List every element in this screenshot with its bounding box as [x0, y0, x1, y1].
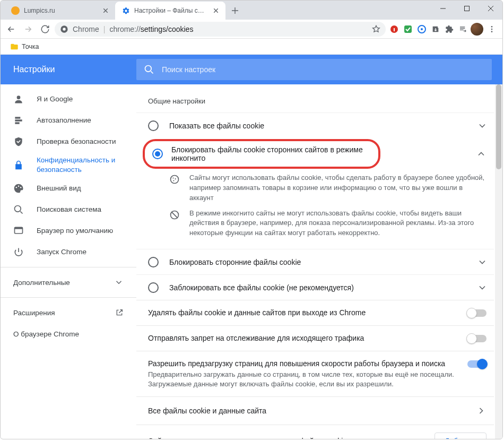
svg-point-12	[17, 96, 21, 99]
radio-icon	[148, 282, 159, 293]
address-bar: Chrome | chrome://settings/cookies	[1, 20, 502, 39]
sidebar-item-startup[interactable]: Запуск Chrome	[1, 241, 136, 263]
forward-button[interactable]	[21, 22, 36, 37]
search-icon	[13, 204, 24, 215]
sidebar-item-you-and-google[interactable]: Я и Google	[1, 89, 136, 110]
tab-lumpics[interactable]: Lumpics.ru	[5, 2, 115, 20]
search-icon	[144, 64, 154, 75]
svg-point-10	[491, 31, 493, 32]
sidebar-advanced[interactable]: Дополнительные	[1, 272, 136, 293]
browser-window: Lumpics.ru Настройки – Файлы cookie и д…	[0, 0, 503, 439]
toggle-title: Отправлять запрет на отслеживание для ис…	[148, 333, 459, 343]
reading-list-icon[interactable]	[457, 23, 470, 36]
close-icon[interactable]	[101, 6, 110, 15]
sidebar-about[interactable]: О браузере Chrome	[1, 323, 136, 344]
tab-settings[interactable]: Настройки – Файлы cookie и д…	[115, 2, 225, 20]
sidebar-label: Поисковая система	[37, 205, 101, 214]
row-title: Сайты, которые всегда могут использовать…	[148, 437, 347, 439]
url-scheme: Chrome	[73, 25, 99, 33]
power-icon	[13, 247, 24, 257]
svg-point-11	[145, 66, 152, 72]
detail-text: В режиме инкогнито сайты не могут исполь…	[189, 209, 485, 239]
lock-icon	[13, 160, 24, 170]
gear-icon	[121, 6, 130, 15]
radio-block-third-party[interactable]: Блокировать сторонние файлы cookie	[136, 249, 494, 274]
settings-header: Настройки	[1, 55, 502, 84]
sidebar-label: Запуск Chrome	[37, 247, 86, 257]
window-controls	[431, 1, 502, 16]
settings-search[interactable]	[136, 59, 492, 80]
cookie-icon	[169, 174, 180, 185]
radio-block-all[interactable]: Заблокировать все файлы cookie (не реком…	[136, 274, 494, 300]
minimize-button[interactable]	[431, 1, 455, 16]
folder-icon	[10, 42, 19, 51]
reload-button[interactable]	[38, 22, 53, 37]
svg-point-9	[491, 28, 493, 30]
highlight-ring[interactable]: Блокировать файлы cookie сторонних сайто…	[143, 139, 380, 169]
radio-icon	[148, 257, 159, 267]
radio-label: Блокировать файлы cookie сторонних сайто…	[171, 145, 369, 162]
svg-point-8	[491, 26, 493, 28]
maximize-button[interactable]	[455, 1, 479, 16]
sidebar-item-safety[interactable]: Проверка безопасности	[1, 131, 136, 152]
svg-point-13	[16, 187, 17, 188]
back-button[interactable]	[4, 22, 19, 37]
tab-title: Lumpics.ru	[24, 7, 97, 14]
chevron-down-icon	[114, 278, 124, 287]
scrollbar-thumb[interactable]	[496, 84, 501, 169]
radio-icon	[148, 120, 159, 131]
chevron-down-icon	[477, 282, 488, 293]
toggle-switch[interactable]	[467, 335, 486, 342]
omnibox[interactable]: Chrome | chrome://settings/cookies	[55, 22, 386, 37]
bookmarks-bar: Точка	[1, 39, 502, 55]
new-tab-button[interactable]	[228, 3, 242, 18]
sidebar-item-privacy[interactable]: Конфиденциальность и безопасность	[1, 152, 136, 178]
add-button[interactable]: Добавить	[435, 433, 486, 439]
tab-title: Настройки – Файлы cookie и д…	[134, 7, 207, 14]
svg-rect-5	[404, 25, 412, 33]
toggle-switch[interactable]	[467, 309, 486, 317]
toggle-title: Разрешить предзагрузку страниц для повыш…	[148, 359, 459, 369]
url-host: chrome://	[109, 25, 140, 33]
all-cookies-link[interactable]: Все файлы cookie и данные сайта	[136, 396, 494, 425]
chevron-up-icon[interactable]	[476, 149, 486, 159]
sidebar-item-default-browser[interactable]: Браузер по умолчанию	[1, 220, 136, 241]
ext-icon[interactable]	[388, 23, 401, 36]
svg-point-14	[18, 186, 20, 187]
ext-icon[interactable]	[429, 23, 442, 36]
ext-icon[interactable]	[402, 23, 414, 36]
star-icon[interactable]	[372, 25, 380, 33]
detail-item: В режиме инкогнито сайты не могут исполь…	[169, 209, 485, 239]
avatar[interactable]	[471, 23, 483, 36]
sidebar-item-appearance[interactable]: Внешний вид	[1, 178, 136, 199]
chevron-down-icon	[477, 257, 488, 267]
toggle-switch[interactable]	[467, 360, 486, 368]
svg-rect-0	[464, 6, 469, 11]
sidebar-item-search-engine[interactable]: Поисковая система	[1, 199, 136, 220]
scrollbar-track[interactable]	[495, 84, 502, 439]
svg-rect-18	[15, 227, 23, 229]
ext-icon[interactable]	[415, 23, 428, 36]
settings-title: Настройки	[13, 65, 136, 74]
extensions-icon[interactable]	[443, 23, 456, 36]
svg-point-15	[20, 187, 22, 188]
menu-button[interactable]	[484, 22, 499, 37]
svg-point-22	[173, 180, 174, 181]
search-input[interactable]	[162, 65, 484, 74]
sidebar-item-autofill[interactable]: Автозаполнение	[1, 110, 136, 131]
sidebar-label: Я и Google	[37, 94, 73, 104]
svg-rect-4	[394, 28, 395, 31]
detail-text: Сайты могут использовать файлы cookie, ч…	[189, 173, 485, 203]
bookmark-label: Точка	[22, 43, 39, 50]
close-window-button[interactable]	[479, 1, 502, 16]
url-path: settings/cookies	[141, 25, 194, 33]
bookmark-folder[interactable]: Точка	[6, 40, 44, 53]
svg-point-2	[63, 28, 65, 30]
default-browser-icon	[13, 226, 24, 236]
sidebar-extensions[interactable]: Расширения	[1, 302, 136, 323]
radio-block-third-party-incognito-row: Блокировать файлы cookie сторонних сайто…	[136, 138, 494, 170]
tabs-strip: Lumpics.ru Настройки – Файлы cookie и д…	[5, 1, 498, 20]
close-icon[interactable]	[212, 6, 220, 15]
radio-allow-all[interactable]: Показать все файлы cookie	[136, 113, 494, 138]
sidebar-label: Конфиденциальность и безопасность	[37, 155, 130, 174]
